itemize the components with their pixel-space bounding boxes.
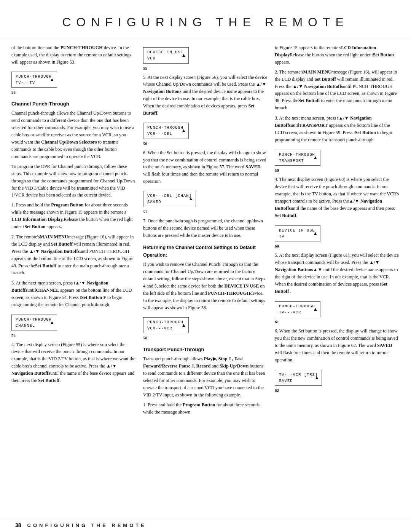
lcd-box-60: DEVICE IN USE TV ▲ 60: [275, 222, 400, 250]
lcd-57-arrow: ▲: [188, 195, 193, 203]
lcd-56-line1: PUNCH-THROUGH: [147, 125, 185, 131]
lcd-53-box: PUNCH-THROUGH TV·-·TV ▲: [11, 72, 57, 88]
lcd-55-line1: DEVICE IN USE: [147, 49, 185, 55]
lcd-61-arrow: ▲: [313, 305, 318, 313]
lcd-55-arrow: ▲: [181, 51, 186, 59]
lcd-61-line2: TV·-·VCR: [279, 309, 316, 315]
lcd-57-line2: SAVED: [147, 199, 192, 205]
lcd-59-line2: TRANSPORT: [279, 158, 316, 164]
lcd-box-62: TV·-·VCR [TRS] SAVED ▲ 62: [275, 367, 400, 394]
lcd-53-arrow: ▲: [49, 76, 54, 83]
lcd-60-fignum: 60: [275, 243, 400, 249]
col-mid: DEVICE IN USE VCR ▲ 55 5. At the next di…: [143, 44, 268, 419]
col-right-intro: in Figure 15 appears in the remote'sLCD …: [275, 44, 400, 66]
lcd-58-box: PUNCH-THROUGH VCR·-·VCR ▲: [143, 317, 189, 334]
col-right-step6: 6. When the Set button is pressed, the d…: [275, 328, 400, 364]
lcd-62-fignum: 62: [275, 387, 400, 394]
lcd-56-fignum: 56: [143, 141, 268, 147]
page-footer: 38 CONFIGURING THE REMOTE: [0, 518, 411, 532]
channel-punch-through-heading: Channel Punch-Through: [11, 100, 136, 108]
col-mid-transport-para: Transport punch-through allows Play▶, St…: [143, 355, 268, 398]
lcd-box-61: PUNCH-THROUGH TV·-·VCR ▲ 61: [275, 298, 400, 326]
col-mid-step5: 5. At the next display screen (Figure 56…: [143, 74, 268, 117]
lcd-62-line2: SAVED: [279, 378, 318, 384]
lcd-box-59: PUNCH-THROUGH TRANSPORT ▲ 59: [275, 147, 400, 174]
col-left-intro: of the bottom line and the PUNCH-THROUGH…: [11, 44, 136, 66]
col-mid-step6: 6. When the Set button is pressed, the d…: [143, 149, 268, 185]
col-right: in Figure 15 appears in the remote'sLCD …: [275, 44, 400, 419]
lcd-60-box: DEVICE IN USE TV ▲: [275, 225, 320, 242]
lcd-59-line1: PUNCH-THROUGH: [279, 152, 316, 158]
col-left-para2: To program the DPR for Channel punch-thr…: [11, 163, 136, 199]
lcd-54-line1: PUNCH-THROUGH: [16, 316, 53, 323]
lcd-box-53: PUNCH-THROUGH TV·-·TV ▲ 53: [11, 69, 136, 96]
lcd-60-line2: TV: [279, 233, 316, 240]
col-left: of the bottom line and the PUNCH-THROUGH…: [11, 44, 136, 419]
page-container: CONFIGURING THE REMOTE of the bottom lin…: [0, 0, 411, 532]
col-mid-step7: 7. Once the punch-through is programmed,…: [143, 217, 268, 239]
lcd-57-line1: VCR·-·CBL [CHAN]: [147, 193, 192, 199]
lcd-60-arrow: ▲: [313, 230, 318, 237]
lcd-59-box: PUNCH-THROUGH TRANSPORT ▲: [275, 150, 320, 166]
transport-step1: 1. Press and hold the Program Button for…: [143, 401, 268, 416]
col-right-step4: 4. The next display screen (Figure 60) i…: [275, 176, 400, 219]
lcd-54-fignum: 54: [11, 332, 136, 339]
lcd-54-arrow: ▲: [49, 319, 54, 326]
footer-text: CONFIGURING THE REMOTE: [27, 522, 147, 528]
lcd-box-54: PUNCH-THROUGH CHANNEL ▲ 54: [11, 312, 136, 339]
lcd-60-line1: DEVICE IN USE: [279, 227, 316, 233]
lcd-58-arrow: ▲: [181, 321, 186, 329]
step-1-left: 1. Press and hold the Program Button for…: [11, 201, 136, 230]
lcd-53-line1: PUNCH-THROUGH: [16, 73, 53, 80]
lcd-box-56: PUNCH-THROUGH VCR·-·CBL ▲ 56: [143, 120, 268, 147]
col-mid-returning-para: If you wish to remove the Channel Punch-…: [143, 261, 268, 311]
lcd-61-line1: PUNCH-THROUGH: [279, 303, 316, 309]
lcd-57-box: VCR·-·CBL [CHAN] SAVED ▲: [143, 191, 196, 207]
lcd-56-line2: VCR·-·CBL: [147, 131, 185, 137]
lcd-55-line2: VCR: [147, 55, 185, 61]
lcd-58-fignum: 58: [143, 335, 268, 341]
lcd-56-box: PUNCH-THROUGH VCR·-·CBL ▲: [143, 123, 189, 139]
lcd-62-arrow: ▲: [314, 374, 319, 382]
transport-punch-heading: Transport Punch-Through: [143, 346, 268, 353]
col-right-step5: 5. At the next display screen (Figure 61…: [275, 252, 400, 295]
lcd-55-box: DEVICE IN USE VCR ▲: [143, 47, 189, 64]
col-right-step2: 2. The remote'sMAIN MENUmessage (Figure …: [275, 69, 400, 112]
step-2-left: 2. The remote'sMAIN MENUmessage (Figure …: [11, 233, 136, 276]
lcd-61-fignum: 61: [275, 319, 400, 325]
footer-page-number: 38: [15, 522, 21, 528]
lcd-54-box: PUNCH-THROUGH CHANNEL ▲: [11, 315, 57, 331]
lcd-53-line2: TV·-·TV: [16, 80, 53, 86]
col-right-step3: 3. At the next menu screen, press t▲/▼ N…: [275, 115, 400, 144]
step-4-left: 4. The next display screen (Figure 55) i…: [11, 341, 136, 384]
main-content: of the bottom line and the PUNCH-THROUGH…: [0, 44, 411, 419]
lcd-55-fignum: 55: [143, 65, 268, 72]
col-left-para1: Channel punch-through allows the Channel…: [11, 110, 136, 160]
step-3-left: 3. At the next menu screen, press t▲/▼ N…: [11, 280, 136, 308]
lcd-53-fignum: 53: [11, 89, 136, 96]
lcd-box-57: VCR·-·CBL [CHAN] SAVED ▲ 57: [143, 188, 268, 215]
lcd-59-arrow: ▲: [313, 154, 318, 161]
lcd-58-line2: VCR·-·VCR: [147, 325, 185, 331]
page-header: CONFIGURING THE REMOTE: [0, 0, 411, 37]
lcd-62-line1: TV·-·VCR [TRS]: [279, 372, 318, 378]
lcd-box-55: DEVICE IN USE VCR ▲ 55: [143, 44, 268, 72]
lcd-box-58: PUNCH-THROUGH VCR·-·VCR ▲ 58: [143, 314, 268, 342]
lcd-56-arrow: ▲: [181, 127, 186, 134]
lcd-58-line1: PUNCH-THROUGH: [147, 319, 185, 325]
lcd-57-fignum: 57: [143, 209, 268, 215]
lcd-61-box: PUNCH-THROUGH TV·-·VCR ▲: [275, 301, 320, 318]
lcd-59-fignum: 59: [275, 167, 400, 174]
lcd-54-line2: CHANNEL: [16, 323, 53, 329]
page-title: CONFIGURING THE REMOTE: [23, 15, 388, 29]
returning-channel-heading: Returning the Channel Control Settings t…: [143, 244, 268, 259]
lcd-62-box: TV·-·VCR [TRS] SAVED ▲: [275, 370, 322, 386]
